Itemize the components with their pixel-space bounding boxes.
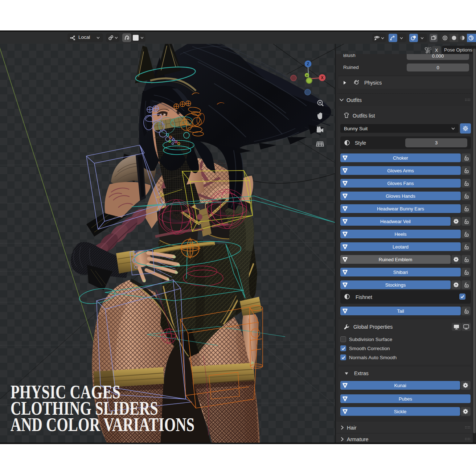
svg-text:Y: Y bbox=[306, 74, 308, 77]
svg-text:X: X bbox=[321, 76, 324, 80]
svg-text:Z: Z bbox=[307, 62, 309, 66]
